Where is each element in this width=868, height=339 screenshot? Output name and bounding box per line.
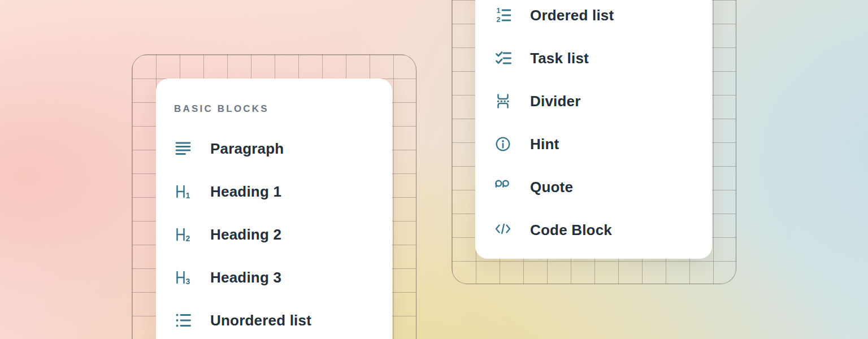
svg-text:2: 2 — [186, 234, 190, 243]
menu-item-task-list[interactable]: Task list — [475, 37, 712, 80]
menu-item-label: Heading 2 — [210, 226, 281, 244]
menu-item-hint[interactable]: Hint — [475, 123, 712, 166]
basic-blocks-list: Paragraph 1 Heading 1 2 — [156, 127, 392, 339]
hint-icon — [494, 136, 511, 153]
unordered-list-icon — [175, 312, 192, 329]
paragraph-icon — [175, 140, 192, 157]
menu-item-heading-2[interactable]: 2 Heading 2 — [156, 213, 392, 256]
menu-item-label: Quote — [530, 179, 573, 196]
ordered-list-icon: 1 2 — [494, 7, 511, 24]
quote-icon — [494, 179, 511, 195]
menu-item-label: Heading 1 — [210, 183, 281, 201]
svg-text:1: 1 — [186, 191, 190, 200]
menu-item-ordered-list[interactable]: 1 2 Ordered list — [475, 0, 712, 37]
menu-item-label: Hint — [530, 136, 559, 153]
menu-item-unordered-list[interactable]: Unordered list — [156, 299, 392, 339]
menu-item-quote[interactable]: Quote — [475, 166, 712, 208]
menu-item-label: Code Block — [530, 221, 612, 239]
svg-text:1: 1 — [497, 7, 501, 15]
editor-blocks-illustration: { "colors": { "accent_teal": "#37758b", … — [0, 0, 868, 339]
menu-item-code-block[interactable]: Code Block — [475, 208, 712, 251]
menu-item-label: Divider — [530, 93, 581, 110]
menu-item-divider[interactable]: Divider — [475, 80, 712, 123]
menu-item-label: Task list — [530, 50, 589, 67]
section-title: BASIC BLOCKS — [174, 103, 269, 115]
heading-1-icon: 1 — [175, 183, 192, 200]
menu-item-label: Unordered list — [210, 312, 311, 329]
heading-3-icon: 3 — [175, 269, 192, 286]
menu-item-heading-1[interactable]: 1 Heading 1 — [156, 170, 392, 213]
block-menu-basic-blocks: BASIC BLOCKS Paragraph 1 — [156, 79, 392, 339]
menu-item-heading-3[interactable]: 3 Heading 3 — [156, 256, 392, 299]
svg-text:3: 3 — [186, 277, 190, 286]
menu-item-paragraph[interactable]: Paragraph — [156, 127, 392, 170]
task-list-icon — [494, 50, 511, 67]
menu-item-label: Ordered list — [530, 7, 614, 24]
menu-item-label: Heading 3 — [210, 269, 281, 286]
section-header: BASIC BLOCKS — [156, 79, 392, 127]
block-menu-more-blocks: 1 2 Ordered list Task list — [475, 0, 712, 259]
divider-icon — [494, 93, 511, 110]
code-block-icon — [494, 221, 511, 238]
more-blocks-list: 1 2 Ordered list Task list — [475, 0, 712, 251]
menu-item-label: Paragraph — [210, 140, 284, 158]
svg-text:2: 2 — [497, 16, 501, 24]
heading-2-icon: 2 — [175, 226, 192, 243]
